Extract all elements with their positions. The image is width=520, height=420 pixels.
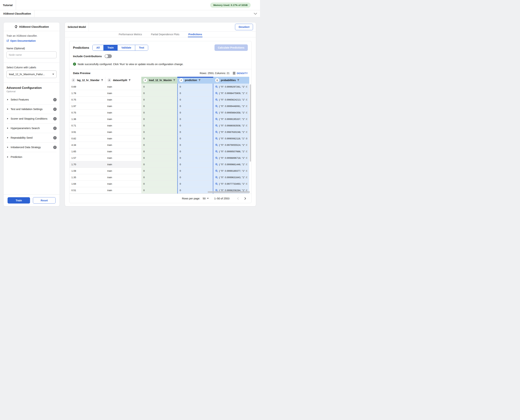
selected-model-panel: Selected Model Deselect Performance Metr… <box>65 22 256 206</box>
include-contributions-toggle[interactable] <box>105 54 112 58</box>
accordion-item-imbalanced-data-strategy[interactable]: Imbalanced Data Strategyi <box>7 142 57 152</box>
train-button[interactable]: Train <box>8 197 30 203</box>
info-icon[interactable]: i <box>53 107 57 111</box>
probabilities-cell: { "0": 0.9986083508, "1": 0.001 <box>213 122 249 129</box>
filter-funnel-icon[interactable] <box>237 79 239 81</box>
probabilities-cell: { "0": 0.9998896718, "1": 0.000 <box>213 155 249 161</box>
filter-funnel-icon[interactable] <box>198 79 201 81</box>
info-icon[interactable]: i <box>53 146 57 149</box>
calculate-predictions-button[interactable]: Calculate Predictions <box>214 45 248 51</box>
table-cell: 1.08 <box>69 168 105 174</box>
filter-funnel-icon[interactable] <box>128 79 131 81</box>
accordion-item-repeatability-seed[interactable]: Repeatability Seedi <box>7 133 57 142</box>
zoom-in-icon[interactable] <box>215 98 218 101</box>
previous-page-button[interactable] <box>235 196 240 201</box>
table-row: 3.91train00{ "0": 0.9987630248, "1": 0.0… <box>69 129 249 135</box>
zoom-in-icon[interactable] <box>215 144 218 146</box>
zoom-in-icon[interactable] <box>215 170 218 172</box>
name-field-label: Name (Optional) <box>7 47 57 50</box>
triangle-right-icon <box>7 128 8 129</box>
zoom-in-icon[interactable] <box>215 124 218 127</box>
sidebar-intro-section: Train an XGBoost classifier. Open Docume… <box>4 31 60 63</box>
accordion-item-scorer-and-stopping-conditions[interactable]: Scorer and Stopping Conditionsi <box>7 114 57 124</box>
column-header-prediction[interactable]: #prediction <box>177 77 213 84</box>
toggle-knob <box>105 55 108 58</box>
filter-funnel-icon[interactable] <box>101 79 103 81</box>
table-cell: 3.91 <box>69 129 105 135</box>
column-type-icon: # <box>71 78 75 82</box>
accordion-item-hyperparameters-search[interactable]: Hyperparameters Searchi <box>7 124 57 133</box>
table-dimensions-summary: Rows: 2553, Columns: 21 <box>200 72 230 75</box>
zoom-in-icon[interactable] <box>215 137 218 140</box>
zoom-in-icon[interactable] <box>215 150 218 153</box>
info-icon[interactable]: i <box>53 136 57 140</box>
zoom-in-icon[interactable] <box>215 111 218 114</box>
info-icon[interactable]: i <box>53 127 57 130</box>
zoom-in-icon[interactable] <box>215 163 218 166</box>
filter-funnel-icon[interactable] <box>173 79 175 81</box>
table-cell: 0.75 <box>69 97 105 103</box>
zoom-in-icon[interactable] <box>215 118 218 120</box>
table-cell: 0 <box>177 142 213 148</box>
column-header-lag-12-hr-standard[interactable]: #lag_12_hr_Standard... <box>69 77 105 84</box>
segment-test[interactable]: Test <box>135 45 148 51</box>
table-cell: train <box>105 84 141 90</box>
memory-usage-badge: Memory Used: 0.17% of 32GB <box>210 2 251 8</box>
horizontal-scrollbar[interactable] <box>208 191 250 193</box>
deselect-button[interactable]: Deselect <box>235 24 253 30</box>
probabilities-cell: { "0": 0.9998475909, "1": 0.000 <box>213 90 249 97</box>
table-cell: 0 <box>141 168 177 174</box>
column-type-icon: # <box>143 78 147 82</box>
table-cell: 0 <box>141 97 177 103</box>
predictions-controls: Predictions AllTrainValidateTest Calcula… <box>69 41 251 69</box>
tab-predictions[interactable]: Predictions <box>188 31 202 37</box>
table-cell: 0 <box>177 84 213 90</box>
zoom-in-icon[interactable] <box>215 182 218 185</box>
column-header-lead-12-hr-maximu[interactable]: #lead_12_hr_Maximu... <box>141 77 177 84</box>
tab-xgboost-classification[interactable]: XGBoost Classification <box>0 10 34 17</box>
next-page-button[interactable] <box>243 196 247 201</box>
zoom-in-icon[interactable] <box>215 105 218 107</box>
open-documentation-link[interactable]: Open Documentation <box>7 39 57 42</box>
reset-button[interactable]: Reset <box>33 197 56 203</box>
chevron-down-icon[interactable] <box>254 13 257 15</box>
top-bar: Tutorial Memory Used: 0.17% of 32GB <box>0 0 260 10</box>
info-icon[interactable]: i <box>53 98 57 101</box>
accordion-item-test-and-validation-settings[interactable]: Test and Validation Settingsi <box>7 105 57 114</box>
vertical-scrollbar[interactable] <box>250 84 251 162</box>
zoom-in-icon[interactable] <box>215 131 218 133</box>
table-cell: 0 <box>177 110 213 116</box>
column-header-probabilities[interactable]: {}probabilities <box>213 77 249 84</box>
info-icon[interactable]: i <box>53 117 57 120</box>
tab-partial-dependence-plots[interactable]: Partial Dependence Plots <box>151 31 180 37</box>
node-name-input[interactable] <box>7 52 57 58</box>
segment-validate[interactable]: Validate <box>118 45 135 51</box>
table-row: 1.57train00{ "0": 0.9998896718, "1": 0.0… <box>69 155 249 161</box>
column-header-datasetsplit[interactable]: AdatasetSplit <box>105 77 141 84</box>
density-icon[interactable] <box>233 72 235 75</box>
density-button[interactable]: DENSITY <box>237 72 248 75</box>
include-contributions-label: Include Contributions <box>73 55 102 58</box>
table-row: 0.82train00{ "0": 0.9990062118, "1": 0.0… <box>69 135 249 142</box>
zoom-in-icon[interactable] <box>215 92 218 95</box>
zoom-in-icon[interactable] <box>215 176 218 179</box>
tab-tutorial[interactable]: Tutorial <box>0 0 16 10</box>
segment-train[interactable]: Train <box>104 45 118 51</box>
table-row: 1.70train00{ "0": 0.9999661446, "1": 0.0… <box>69 161 249 168</box>
table-cell: 0 <box>177 161 213 168</box>
triangle-right-icon <box>7 147 8 148</box>
zoom-in-icon[interactable] <box>215 157 218 159</box>
tab-performance-metrics[interactable]: Performance Metrics <box>118 31 142 37</box>
caret-down-icon <box>207 198 209 199</box>
table-cell: train <box>105 110 141 116</box>
table-cell: 1.78 <box>69 90 105 97</box>
segment-all[interactable]: All <box>93 45 104 51</box>
zoom-in-icon[interactable] <box>215 85 218 88</box>
tab-selected-model[interactable]: Selected Model <box>65 22 89 31</box>
accordion-item-select-features[interactable]: Select Featuresi <box>7 95 57 105</box>
page-range-label: 1–50 of 2553 <box>214 197 229 200</box>
rows-per-page-select[interactable]: 50 <box>203 197 209 200</box>
table-row: 1.36train00{ "0": 0.9999195337, "1": 0.0… <box>69 116 249 122</box>
accordion-item-prediction[interactable]: Prediction <box>7 152 57 162</box>
labels-column-select[interactable]: lead_12_hr_Maximum_Failur... <box>7 70 57 78</box>
